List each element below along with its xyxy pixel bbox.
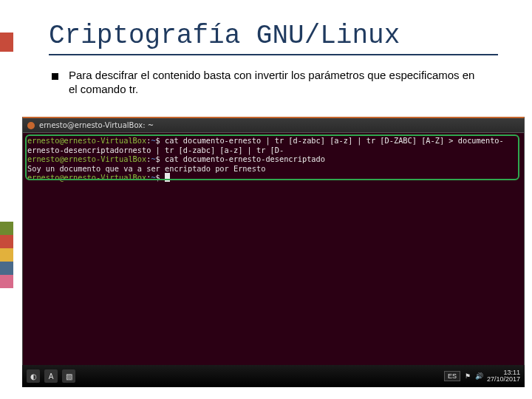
start-icon[interactable]: ◐ — [27, 369, 40, 383]
terminal-line: ernesto@ernesto-VirtualBox:~$ cat docume… — [27, 154, 519, 164]
vm-window: ernesto@ernesto-VirtualBox: ~ ernesto@er… — [22, 117, 525, 387]
cursor — [165, 173, 170, 182]
side-tab-accent — [0, 33, 13, 52]
terminal-titlebar[interactable]: ernesto@ernesto-VirtualBox: ~ — [23, 118, 524, 133]
prompt-user: ernesto@ernesto-VirtualBox — [27, 173, 146, 182]
prompt-user: ernesto@ernesto-VirtualBox — [27, 136, 146, 145]
side-color-stack — [0, 222, 13, 288]
clock-date: 27/10/2017 — [487, 376, 520, 383]
system-tray: ES ⚑ 🔊 13:11 27/10/2017 — [444, 369, 520, 383]
terminal-title: ernesto@ernesto-VirtualBox: ~ — [39, 121, 154, 129]
host-taskbar: ◐ A ▧ ES ⚑ 🔊 13:11 27/10/2017 — [22, 365, 525, 387]
terminal-line: Soy un documento que va a ser encriptado… — [27, 164, 519, 174]
title-rule — [49, 54, 498, 55]
command-text: $ — [156, 173, 165, 182]
output-text: Soy un documento que va a ser encriptado… — [27, 164, 265, 173]
bullet-marker — [52, 73, 58, 80]
lang-indicator[interactable]: ES — [444, 371, 460, 381]
terminal-line: ernesto@ernesto-VirtualBox:~$ cat docume… — [27, 136, 519, 154]
close-icon[interactable] — [27, 122, 35, 129]
bullet-item: Para descifrar el contenido basta con in… — [49, 69, 498, 97]
clock[interactable]: 13:11 27/10/2017 — [487, 369, 520, 383]
flag-icon[interactable]: ⚑ — [463, 372, 472, 381]
terminal-line: ernesto@ernesto-VirtualBox:~$ — [27, 173, 519, 183]
virtualbox-icon[interactable]: ▧ — [62, 369, 75, 383]
slide-title: Criptografía GNU/Linux — [49, 21, 498, 51]
speaker-icon[interactable]: 🔊 — [475, 372, 484, 381]
command-text: $ cat documento-ernesto-desencriptado — [156, 154, 325, 163]
terminal-body[interactable]: ernesto@ernesto-VirtualBox:~$ cat docume… — [23, 133, 524, 372]
bullet-text: Para descifrar el contenido basta con in… — [69, 69, 483, 97]
prompt-user: ernesto@ernesto-VirtualBox — [27, 154, 146, 163]
pdf-app-icon[interactable]: A — [44, 369, 58, 383]
